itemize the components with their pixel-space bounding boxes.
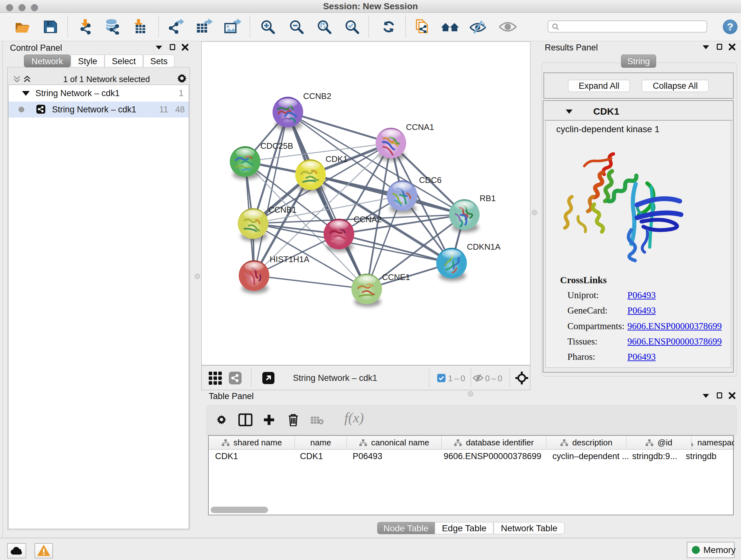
svg-text:CCNB1: CCNB1	[268, 205, 296, 214]
svg-text:CCNA2: CCNA2	[354, 214, 382, 224]
svg-text:CCNB2: CCNB2	[303, 91, 331, 101]
svg-text:CCNA1: CCNA1	[406, 122, 434, 132]
svg-text:CDC25B: CDC25B	[260, 141, 293, 151]
svg-text:CDKN1A: CDKN1A	[467, 242, 501, 252]
svg-text:HIST1H1A: HIST1H1A	[270, 254, 310, 264]
svg-text:CCNE1: CCNE1	[382, 272, 410, 282]
svg-text:RB1: RB1	[480, 193, 496, 203]
svg-text:CDC6: CDC6	[419, 175, 442, 185]
svg-text:CDK1: CDK1	[326, 154, 347, 164]
